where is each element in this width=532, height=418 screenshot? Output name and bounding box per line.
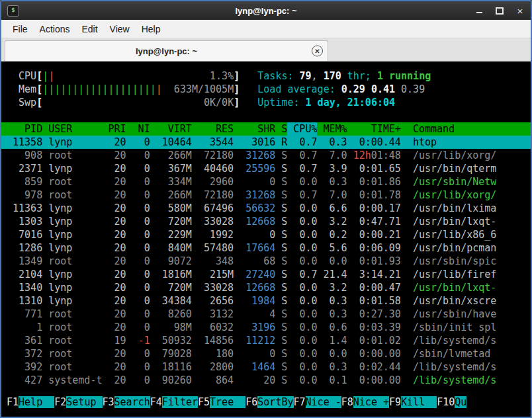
load-15min: 0.39 xyxy=(401,83,425,95)
fkey-label-f6[interactable]: SortBy xyxy=(257,396,293,408)
cell-virt: 266M xyxy=(150,149,192,162)
fkey-label-f2[interactable]: Setup xyxy=(66,396,102,408)
tab-close-icon[interactable]: ✕ xyxy=(312,46,323,57)
cell-pri: 20 xyxy=(102,241,126,255)
fkey-f8[interactable]: F8 xyxy=(341,396,353,408)
process-row-1340[interactable]: 1340lynp200720M3302812668S0.03.20:00.47/… xyxy=(1,281,531,294)
process-row-1310[interactable]: 1310lynp2003438426561984S0.00.30:01.58/u… xyxy=(1,294,531,308)
process-row-11358[interactable]: 11358lynp2001046435443016R0.70.30:00.44h… xyxy=(1,136,531,149)
cell-pri: 20 xyxy=(102,347,126,360)
process-row-1286[interactable]: 1286lynp200840M5748017664S0.05.60:06.09/… xyxy=(1,241,531,255)
fkey-label-f10[interactable]: Qu xyxy=(455,396,466,408)
cell-pid: 908 xyxy=(7,149,42,162)
fkey-f4[interactable]: F4 xyxy=(150,396,162,408)
process-row-1[interactable]: 1root20098M60323196S0.00.60:03.39/sbin/i… xyxy=(1,321,531,334)
cell-user: root xyxy=(48,188,102,202)
cell-virt: 720M xyxy=(150,281,192,294)
column-header-ni[interactable]: NI xyxy=(126,122,150,136)
fkey-f9[interactable]: F9 xyxy=(389,396,401,408)
process-row-1349[interactable]: 1349root200907234868S0.00.00:01.93/usr/s… xyxy=(1,255,531,268)
cpu-meter: ||1.3% xyxy=(42,69,234,83)
process-row-1303[interactable]: 1303lynp200720M3302812668S0.03.20:47.71/… xyxy=(1,215,531,228)
menu-file[interactable]: File xyxy=(7,22,34,36)
process-row-859[interactable]: 859root200334M29600S0.00.30:01.86/usr/sb… xyxy=(1,175,531,188)
column-header-virt[interactable]: VIRT xyxy=(150,122,192,136)
column-header-user[interactable]: USER xyxy=(48,122,102,136)
title-bar[interactable]: $ lynp@lyn-pc: ~ × xyxy=(1,1,531,20)
column-header-s[interactable]: S xyxy=(275,122,287,136)
cell-cmd: /usr/bin/xscre xyxy=(413,294,496,308)
cell-s: S xyxy=(275,228,287,241)
cell-pid: 372 xyxy=(7,347,42,360)
cell-res: 348 xyxy=(192,255,234,268)
fkey-f5[interactable]: F5 xyxy=(198,396,210,408)
column-header-res[interactable]: RES xyxy=(192,122,234,136)
process-row-771[interactable]: 771root200826031324S0.00.30:27.30/usr/sb… xyxy=(1,308,531,321)
process-row-978[interactable]: 978root200266M7218031268S0.77.00:01.78/u… xyxy=(1,188,531,202)
terminal-screen[interactable]: CPU[||1.3%] Tasks: 79, 170 thr; 1 runnin… xyxy=(1,62,531,417)
fkey-f7[interactable]: F7 xyxy=(294,396,306,408)
process-row-2371[interactable]: 2371lynp200367M4046025596S0.73.90:01.65/… xyxy=(1,162,531,175)
cell-virt: 367M xyxy=(150,162,192,175)
cell-time: 0:00.17 xyxy=(347,202,401,215)
terminal-window: $ lynp@lyn-pc: ~ × FileActionsEditViewHe… xyxy=(0,0,532,418)
menu-view[interactable]: View xyxy=(104,22,136,36)
swp-meter-value: 0K/0K xyxy=(204,96,234,109)
close-button[interactable]: × xyxy=(515,6,525,15)
process-row-7016[interactable]: 7016lynp200229M19920S0.00.20:00.21/usr/l… xyxy=(1,228,531,241)
column-header-pri[interactable]: PRI xyxy=(102,122,126,136)
fkey-label-f5[interactable]: Tree xyxy=(210,396,245,408)
cell-s: S xyxy=(275,308,287,321)
cell-cpu: 0.0 xyxy=(287,202,317,215)
fkey-label-f8[interactable]: Nice + xyxy=(353,396,389,408)
cpu-meter-bars: || xyxy=(42,69,54,83)
process-row-372[interactable]: 372root200790281800S0.00.00:00.00/sbin/l… xyxy=(1,347,531,360)
terminal-tab[interactable]: lynp@lyn-pc: ~ ✕ xyxy=(5,40,328,61)
swp-meter-line: Swp[0K/0K] Uptime: 1 day, 21:06:04 xyxy=(1,96,531,109)
cell-user: root xyxy=(48,334,102,347)
column-header-pid[interactable]: PID xyxy=(7,122,42,136)
menu-actions[interactable]: Actions xyxy=(34,22,76,36)
minimize-button[interactable] xyxy=(474,6,484,15)
cell-ni: 0 xyxy=(126,268,150,281)
column-header-mem[interactable]: MEM% xyxy=(317,122,347,136)
window-buttons: × xyxy=(474,6,525,15)
fkey-label-f7[interactable]: Nice - xyxy=(306,396,341,408)
fkey-label-f3[interactable]: Search xyxy=(114,396,150,408)
menu-help[interactable]: Help xyxy=(136,22,167,36)
cell-pid: 2104 xyxy=(7,268,42,281)
cell-res: 215M xyxy=(192,268,234,281)
cell-cpu: 0.0 xyxy=(287,215,317,228)
cell-time: 0:03.39 xyxy=(347,321,401,334)
process-row-908[interactable]: 908root200266M7218031268S0.77.012h01:48/… xyxy=(1,149,531,162)
cell-user: systemd-t xyxy=(48,374,102,387)
fkey-f10[interactable]: F10 xyxy=(437,396,455,408)
process-row-361[interactable]: 361root19-1509321485611212S0.01.40:01.02… xyxy=(1,334,531,347)
fkey-f6[interactable]: F6 xyxy=(245,396,257,408)
process-row-11363[interactable]: 11363lynp200580M6749656632S0.06.60:00.17… xyxy=(1,202,531,215)
fkey-label-f9[interactable]: Kill xyxy=(401,396,437,408)
cell-ni: 0 xyxy=(126,374,150,387)
cell-pid: 978 xyxy=(7,188,42,202)
cell-mem: 3.2 xyxy=(317,281,347,294)
process-row-2104[interactable]: 2104lynp2001816M215M27240S0.721.43:14.21… xyxy=(1,268,531,281)
cell-user: lynp xyxy=(48,162,102,175)
cpu-meter-label: CPU xyxy=(19,70,36,82)
maximize-button[interactable] xyxy=(495,6,504,15)
menu-edit[interactable]: Edit xyxy=(75,22,103,36)
column-header-cpu[interactable]: CPU% xyxy=(287,122,317,136)
fkey-f3[interactable]: F3 xyxy=(103,396,114,408)
fkey-label-f4[interactable]: Filter xyxy=(162,396,198,408)
column-header-command[interactable]: Command xyxy=(413,122,455,136)
cell-mem: 0.2 xyxy=(317,228,347,241)
cell-time: 0:01.78 xyxy=(347,188,401,202)
cell-pid: 859 xyxy=(7,175,42,188)
fkey-f1[interactable]: F1 xyxy=(7,396,19,408)
process-row-392[interactable]: 392root2001811628001464S0.00.30:02.44/li… xyxy=(1,360,531,374)
fkey-label-f1[interactable]: Help xyxy=(19,396,54,408)
process-row-427[interactable]: 427systemd-t2009026086420S0.00.10:00.00/… xyxy=(1,374,531,387)
fkey-f2[interactable]: F2 xyxy=(54,396,66,408)
cell-cpu: 0.7 xyxy=(287,162,317,175)
column-header-shr[interactable]: SHR xyxy=(234,122,275,136)
column-header-time[interactable]: TIME+ xyxy=(347,122,401,136)
